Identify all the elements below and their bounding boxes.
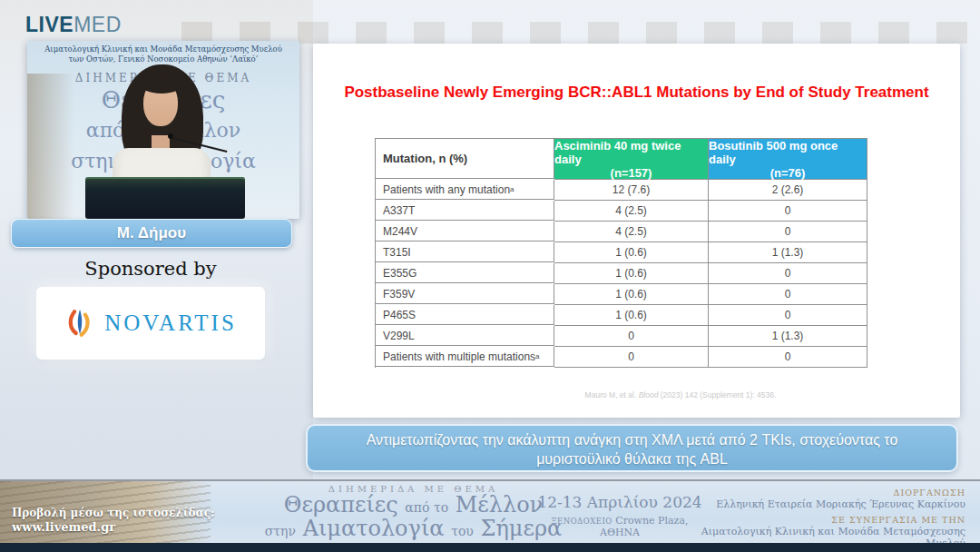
bosutinib-header-line2: (n=76) bbox=[770, 166, 806, 180]
table-row: P465S bbox=[376, 305, 554, 325]
presentation-slide: Postbaseline Newly Emerging BCR::ABL1 Mu… bbox=[313, 44, 960, 418]
table-cell: 0 bbox=[554, 326, 709, 347]
table-header-mutation: Mutation, n (%) bbox=[376, 139, 554, 179]
watermark-url: www.livemed.gr bbox=[12, 520, 215, 534]
background-arches bbox=[181, 22, 980, 44]
table-cell: 4 (2.5) bbox=[554, 201, 709, 222]
talk-title-banner: Αντιμετωπίζοντας την ακάλυπτη ανάγκη στη… bbox=[306, 424, 958, 472]
table-cell: 1 (0.6) bbox=[554, 242, 709, 263]
citation-details: (2023) 142 (Supplement 1): 4536. bbox=[658, 390, 776, 399]
title-word-small: από το bbox=[405, 500, 448, 515]
table-cell: 2 (2.6) bbox=[709, 180, 867, 201]
watermark-line1: Προβολή μέσω της ιστοσελίδας: bbox=[12, 507, 215, 520]
table-header-bosutinib: Bosutinib 500 mg once daily (n=76) bbox=[709, 139, 867, 180]
sponsored-by-label: Sponsored by bbox=[0, 258, 301, 280]
title-word: Αιματολογία bbox=[303, 516, 445, 541]
speaker-hair-fringe bbox=[139, 72, 184, 94]
table-row: A337T bbox=[376, 201, 554, 221]
sponsor-logo-card: NOVARTIS bbox=[36, 287, 265, 360]
bottom-navy-bar bbox=[0, 543, 980, 552]
footer-date-venue-block: 12-13 Απριλίου 2024 ΞΕΝΟΔΟΧΕΙΟ Crowne Pl… bbox=[534, 493, 706, 538]
title-word-small: στην bbox=[265, 524, 296, 538]
table-cell: 4 (2.5) bbox=[554, 222, 709, 242]
title-word: Θεραπείες bbox=[284, 492, 398, 518]
row-label: E355G bbox=[383, 267, 416, 280]
table-row: Patients with multiple mutationsa bbox=[376, 347, 554, 367]
row-label: A337T bbox=[383, 204, 415, 217]
collaboration-label: ΣΕ ΣΥΝΕΡΓΑΣΙΑ ΜΕ ΤΗΝ bbox=[693, 514, 965, 526]
slide-title: Postbaseline Newly Emerging BCR::ABL1 Mu… bbox=[313, 84, 960, 102]
organizer-name: Ελληνική Εταιρεία Μοριακής Έρευνας Καρκί… bbox=[693, 498, 965, 510]
row-label: T315I bbox=[383, 246, 411, 259]
row-label: M244V bbox=[383, 225, 417, 238]
row-label: Patients with multiple mutations bbox=[383, 350, 535, 363]
organizer-label: ΔΙΟΡΓΑΝΩΣΗ bbox=[693, 487, 965, 498]
asciminib-header-line1: Asciminib 40 mg twice daily bbox=[554, 139, 708, 166]
table-cell: 0 bbox=[709, 263, 867, 284]
table-row: M244V bbox=[376, 222, 554, 242]
clinic-line-1: Αιματολογική Κλινική και Μονάδα Μεταμόσχ… bbox=[27, 44, 299, 54]
event-date: 12-13 Απριλίου 2024 bbox=[534, 493, 706, 511]
table-header-asciminib: Asciminib 40 mg twice daily (n=157) bbox=[554, 139, 709, 180]
livemed-logo-med: MED bbox=[74, 13, 122, 36]
clinic-line-2: των Οστών, Γενικό Νοσοκομείο Αθηνών ‘Λαϊ… bbox=[27, 54, 299, 64]
row-label: F359V bbox=[383, 288, 415, 301]
row-label: Patients with any mutation bbox=[383, 183, 510, 196]
footer-event-title-line2: στην Αιματολογία του Σήμερα bbox=[257, 518, 570, 542]
table-cell: 1 (1.3) bbox=[709, 326, 867, 347]
novartis-wordmark: NOVARTIS bbox=[104, 310, 237, 336]
table-cell: 0 bbox=[709, 305, 867, 326]
row-label: V299L bbox=[383, 330, 415, 342]
livemed-stream-page: LIVEMED Αιματολογική Κλινική και Μονάδα … bbox=[0, 0, 980, 552]
table-row: F359V bbox=[376, 284, 554, 304]
slide-citation: Mauro M, et al. Blood (2023) 142 (Supple… bbox=[499, 390, 862, 399]
footer-event-title-block: ΔΙΗΜΕΡΙΔΑ ΜΕ ΘΕΜΑ Θεραπείες από το Μέλλο… bbox=[257, 484, 570, 542]
bosutinib-header-line1: Bosutinib 500 mg once daily bbox=[709, 139, 867, 166]
livemed-logo-live: LIVE bbox=[25, 13, 74, 36]
citation-journal: Blood bbox=[639, 390, 659, 399]
novartis-flame-icon bbox=[64, 303, 95, 343]
table-row: E355G bbox=[376, 263, 554, 283]
podium-laptop bbox=[85, 177, 245, 219]
table-cell: 0 bbox=[709, 284, 867, 305]
table-cell: 0 bbox=[709, 222, 867, 242]
livemed-logo: LIVEMED bbox=[25, 13, 122, 37]
table-row: T315I bbox=[376, 242, 554, 262]
table-cell: 0 bbox=[709, 201, 867, 222]
title-word: Μέλλον bbox=[456, 492, 543, 518]
event-footer: Προβολή μέσω της ιστοσελίδας: www.liveme… bbox=[0, 479, 980, 543]
table-cell: 1 (1.3) bbox=[709, 242, 867, 263]
table-cell: 1 (0.6) bbox=[554, 284, 709, 305]
asciminib-header-line2: (n=157) bbox=[611, 166, 652, 180]
venue-name: Crowne Plaza, ΑΘΗΝΑ bbox=[600, 515, 689, 538]
venue-label: ΞΕΝΟΔΟΧΕΙΟ bbox=[552, 517, 612, 526]
row-label: P465S bbox=[383, 309, 416, 321]
title-word-small: του bbox=[451, 524, 474, 538]
event-venue: ΞΕΝΟΔΟΧΕΙΟ Crowne Plaza, ΑΘΗΝΑ bbox=[534, 515, 706, 538]
speaker-name-banner: Μ. Δήμου bbox=[11, 219, 292, 248]
speaker-video-frame[interactable]: Αιματολογική Κλινική και Μονάδα Μεταμόσχ… bbox=[27, 41, 299, 219]
stream-watermark: Προβολή μέσω της ιστοσελίδας: www.liveme… bbox=[12, 507, 215, 534]
table-row: Patients with any mutationa bbox=[376, 180, 554, 200]
table-cell: 1 (0.6) bbox=[554, 263, 709, 284]
video-backdrop-clinic-text: Αιματολογική Κλινική και Μονάδα Μεταμόσχ… bbox=[27, 44, 299, 64]
citation-authors: Mauro M, et al. bbox=[585, 390, 639, 399]
table-cell: 1 (0.6) bbox=[554, 305, 709, 326]
table-cell: 12 (7.6) bbox=[554, 180, 709, 201]
table-cell: 0 bbox=[709, 347, 867, 368]
mutation-table: Mutation, n (%) Asciminib 40 mg twice da… bbox=[375, 138, 867, 368]
table-cell: 0 bbox=[554, 347, 709, 368]
table-row: V299L bbox=[376, 326, 554, 346]
